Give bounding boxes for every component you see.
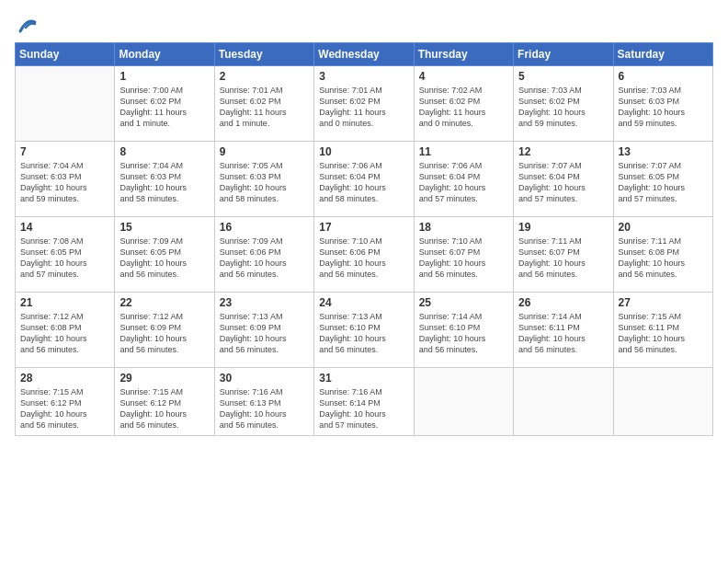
- calendar-cell: 20Sunrise: 7:11 AM Sunset: 6:08 PM Dayli…: [613, 217, 712, 293]
- day-info: Sunrise: 7:07 AM Sunset: 6:05 PM Dayligh…: [619, 160, 708, 205]
- calendar-cell: 19Sunrise: 7:11 AM Sunset: 6:07 PM Dayli…: [514, 217, 613, 293]
- day-info: Sunrise: 7:04 AM Sunset: 6:03 PM Dayligh…: [119, 160, 209, 205]
- calendar-cell: 9Sunrise: 7:05 AM Sunset: 6:03 PM Daylig…: [214, 142, 313, 217]
- day-info: Sunrise: 7:00 AM Sunset: 6:02 PM Dayligh…: [119, 85, 209, 130]
- day-info: Sunrise: 7:08 AM Sunset: 6:05 PM Dayligh…: [20, 236, 109, 281]
- calendar-cell: [613, 368, 712, 436]
- day-number: 29: [119, 372, 209, 385]
- calendar-header-row: SundayMondayTuesdayWednesdayThursdayFrid…: [16, 43, 713, 66]
- day-info: Sunrise: 7:01 AM Sunset: 6:02 PM Dayligh…: [220, 85, 309, 130]
- calendar-cell: 12Sunrise: 7:07 AM Sunset: 6:04 PM Dayli…: [514, 142, 613, 217]
- day-info: Sunrise: 7:15 AM Sunset: 6:11 PM Dayligh…: [619, 311, 708, 356]
- calendar-cell: 30Sunrise: 7:16 AM Sunset: 6:13 PM Dayli…: [214, 368, 313, 436]
- day-number: 19: [518, 221, 608, 234]
- day-number: 3: [319, 70, 408, 83]
- day-number: 20: [619, 221, 708, 234]
- calendar-cell: 7Sunrise: 7:04 AM Sunset: 6:03 PM Daylig…: [16, 142, 115, 217]
- day-info: Sunrise: 7:10 AM Sunset: 6:06 PM Dayligh…: [319, 236, 408, 281]
- calendar-cell: 14Sunrise: 7:08 AM Sunset: 6:05 PM Dayli…: [16, 217, 115, 293]
- day-header-friday: Friday: [514, 43, 613, 66]
- calendar-week-row: 7Sunrise: 7:04 AM Sunset: 6:03 PM Daylig…: [16, 142, 713, 217]
- calendar-week-row: 28Sunrise: 7:15 AM Sunset: 6:12 PM Dayli…: [16, 368, 713, 436]
- calendar-cell: 17Sunrise: 7:10 AM Sunset: 6:06 PM Dayli…: [314, 217, 414, 293]
- header: [15, 15, 713, 35]
- calendar-cell: 29Sunrise: 7:15 AM Sunset: 6:12 PM Dayli…: [115, 368, 214, 436]
- calendar-cell: 23Sunrise: 7:13 AM Sunset: 6:09 PM Dayli…: [214, 293, 313, 368]
- day-info: Sunrise: 7:04 AM Sunset: 6:03 PM Dayligh…: [20, 160, 109, 205]
- day-info: Sunrise: 7:03 AM Sunset: 6:02 PM Dayligh…: [518, 85, 608, 130]
- day-number: 21: [20, 296, 109, 309]
- day-number: 18: [419, 221, 508, 234]
- calendar-cell: 24Sunrise: 7:13 AM Sunset: 6:10 PM Dayli…: [314, 293, 414, 368]
- calendar-cell: 16Sunrise: 7:09 AM Sunset: 6:06 PM Dayli…: [214, 217, 313, 293]
- day-info: Sunrise: 7:12 AM Sunset: 6:09 PM Dayligh…: [119, 311, 209, 356]
- calendar-cell: 8Sunrise: 7:04 AM Sunset: 6:03 PM Daylig…: [115, 142, 214, 217]
- calendar-cell: [16, 66, 115, 142]
- day-info: Sunrise: 7:15 AM Sunset: 6:12 PM Dayligh…: [20, 386, 109, 431]
- day-info: Sunrise: 7:16 AM Sunset: 6:13 PM Dayligh…: [220, 386, 309, 431]
- day-number: 11: [419, 145, 508, 158]
- day-number: 27: [619, 296, 708, 309]
- calendar-week-row: 14Sunrise: 7:08 AM Sunset: 6:05 PM Dayli…: [16, 217, 713, 293]
- day-number: 15: [119, 221, 209, 234]
- day-number: 12: [518, 145, 608, 158]
- calendar-cell: 22Sunrise: 7:12 AM Sunset: 6:09 PM Dayli…: [115, 293, 214, 368]
- page: SundayMondayTuesdayWednesdayThursdayFrid…: [0, 0, 728, 563]
- calendar-cell: 25Sunrise: 7:14 AM Sunset: 6:10 PM Dayli…: [414, 293, 513, 368]
- calendar-cell: 3Sunrise: 7:01 AM Sunset: 6:02 PM Daylig…: [314, 66, 414, 142]
- day-info: Sunrise: 7:02 AM Sunset: 6:02 PM Dayligh…: [419, 85, 508, 130]
- day-number: 4: [419, 70, 508, 83]
- day-info: Sunrise: 7:14 AM Sunset: 6:10 PM Dayligh…: [419, 311, 508, 356]
- day-number: 13: [619, 145, 708, 158]
- day-info: Sunrise: 7:13 AM Sunset: 6:10 PM Dayligh…: [319, 311, 408, 356]
- calendar-cell: 6Sunrise: 7:03 AM Sunset: 6:03 PM Daylig…: [613, 66, 712, 142]
- day-header-thursday: Thursday: [414, 43, 513, 66]
- calendar-cell: [414, 368, 513, 436]
- day-header-tuesday: Tuesday: [214, 43, 313, 66]
- day-info: Sunrise: 7:13 AM Sunset: 6:09 PM Dayligh…: [220, 311, 309, 356]
- calendar-cell: 21Sunrise: 7:12 AM Sunset: 6:08 PM Dayli…: [16, 293, 115, 368]
- calendar-cell: 31Sunrise: 7:16 AM Sunset: 6:14 PM Dayli…: [314, 368, 414, 436]
- day-number: 28: [20, 372, 109, 385]
- calendar-cell: 13Sunrise: 7:07 AM Sunset: 6:05 PM Dayli…: [613, 142, 712, 217]
- day-number: 23: [220, 296, 309, 309]
- day-number: 24: [319, 296, 408, 309]
- day-number: 6: [619, 70, 708, 83]
- calendar-cell: 5Sunrise: 7:03 AM Sunset: 6:02 PM Daylig…: [514, 66, 613, 142]
- day-number: 9: [220, 145, 309, 158]
- day-info: Sunrise: 7:16 AM Sunset: 6:14 PM Dayligh…: [319, 386, 408, 431]
- day-info: Sunrise: 7:12 AM Sunset: 6:08 PM Dayligh…: [20, 311, 109, 356]
- logo-icon: [17, 15, 37, 35]
- calendar-cell: 1Sunrise: 7:00 AM Sunset: 6:02 PM Daylig…: [115, 66, 214, 142]
- calendar-week-row: 1Sunrise: 7:00 AM Sunset: 6:02 PM Daylig…: [16, 66, 713, 142]
- day-number: 10: [319, 145, 408, 158]
- day-info: Sunrise: 7:09 AM Sunset: 6:05 PM Dayligh…: [119, 236, 209, 281]
- day-number: 30: [220, 372, 309, 385]
- day-info: Sunrise: 7:05 AM Sunset: 6:03 PM Dayligh…: [220, 160, 309, 205]
- day-number: 7: [20, 145, 109, 158]
- day-header-saturday: Saturday: [613, 43, 712, 66]
- logo: [15, 15, 37, 35]
- calendar-cell: 18Sunrise: 7:10 AM Sunset: 6:07 PM Dayli…: [414, 217, 513, 293]
- calendar-cell: 2Sunrise: 7:01 AM Sunset: 6:02 PM Daylig…: [214, 66, 313, 142]
- calendar-cell: 15Sunrise: 7:09 AM Sunset: 6:05 PM Dayli…: [115, 217, 214, 293]
- day-number: 14: [20, 221, 109, 234]
- day-number: 26: [518, 296, 608, 309]
- calendar-cell: 10Sunrise: 7:06 AM Sunset: 6:04 PM Dayli…: [314, 142, 414, 217]
- day-header-wednesday: Wednesday: [314, 43, 414, 66]
- day-info: Sunrise: 7:10 AM Sunset: 6:07 PM Dayligh…: [419, 236, 508, 281]
- day-number: 2: [220, 70, 309, 83]
- day-info: Sunrise: 7:09 AM Sunset: 6:06 PM Dayligh…: [220, 236, 309, 281]
- calendar-cell: 4Sunrise: 7:02 AM Sunset: 6:02 PM Daylig…: [414, 66, 513, 142]
- day-info: Sunrise: 7:01 AM Sunset: 6:02 PM Dayligh…: [319, 85, 408, 130]
- calendar-cell: 11Sunrise: 7:06 AM Sunset: 6:04 PM Dayli…: [414, 142, 513, 217]
- calendar-table: SundayMondayTuesdayWednesdayThursdayFrid…: [15, 42, 713, 436]
- day-number: 17: [319, 221, 408, 234]
- day-number: 22: [119, 296, 209, 309]
- day-header-sunday: Sunday: [16, 43, 115, 66]
- day-number: 31: [319, 372, 408, 385]
- day-info: Sunrise: 7:11 AM Sunset: 6:07 PM Dayligh…: [518, 236, 608, 281]
- day-header-monday: Monday: [115, 43, 214, 66]
- day-info: Sunrise: 7:11 AM Sunset: 6:08 PM Dayligh…: [619, 236, 708, 281]
- calendar-cell: 27Sunrise: 7:15 AM Sunset: 6:11 PM Dayli…: [613, 293, 712, 368]
